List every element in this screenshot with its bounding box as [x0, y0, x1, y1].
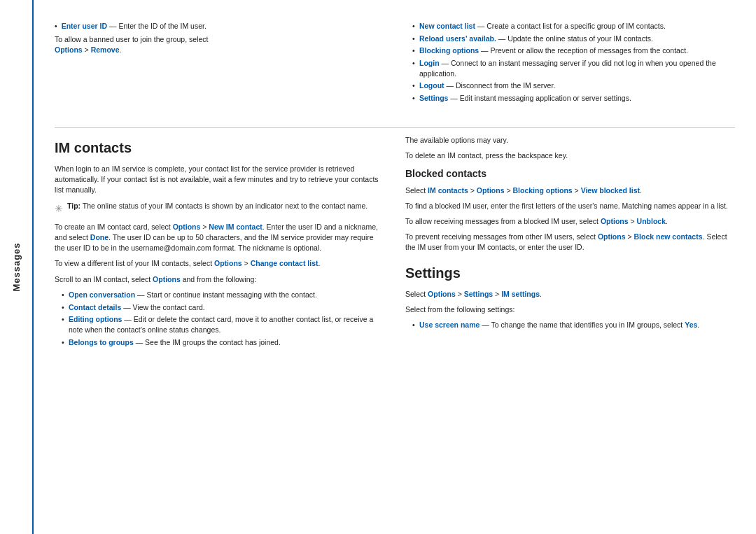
top-bullets-section: Enter user ID — Enter the ID of the IM u… [55, 21, 735, 108]
use-screen-name-link[interactable]: Use screen name [419, 321, 479, 329]
remove-link-top[interactable]: Remove [91, 45, 120, 54]
list-item-editing-options: Editing options — Edit or delete the con… [62, 314, 384, 335]
two-column-layout: IM contacts When login to an IM service … [55, 135, 735, 520]
create-new-im-link[interactable]: New IM contact [209, 223, 262, 231]
login-link[interactable]: Login [419, 59, 440, 67]
sidebar-label: Messages [11, 242, 22, 291]
new-contact-list-link[interactable]: New contact list [419, 22, 475, 30]
editing-options-link[interactable]: Editing options [69, 315, 122, 323]
contact-details-link[interactable]: Contact details [69, 303, 121, 311]
list-item-reload: Reload users' availab. — Update the onli… [412, 34, 735, 44]
settings-select-para: Select Options > Settings > IM settings. [405, 289, 735, 300]
unblock-link[interactable]: Unblock [637, 217, 666, 225]
prevent-blocked-para: To prevent receiving messages from other… [405, 232, 735, 253]
available-options-para: The available options may vary. [405, 135, 735, 146]
top-right: New contact list — Create a contact list… [405, 21, 735, 108]
settings-link-top[interactable]: Settings [419, 94, 448, 102]
create-contact-para: To create an IM contact card, select Opt… [55, 222, 384, 254]
view-blocked-list-link[interactable]: View blocked list [581, 186, 640, 195]
top-right-list: New contact list — Create a contact list… [405, 21, 735, 104]
settings-heading: Settings [405, 263, 735, 283]
list-item-login: Login — Connect to an instant messaging … [412, 58, 735, 78]
list-item-use-screen-name: Use screen name — To change the name tha… [412, 320, 735, 330]
scroll-options-link[interactable]: Options [153, 275, 181, 283]
enter-user-bullet: Enter user ID — Enter the ID of the IM u… [55, 21, 384, 31]
list-item-belongs-to-groups: Belongs to groups — See the IM groups th… [62, 337, 384, 348]
page-container: Messages Enter user ID — Enter the ID of… [0, 0, 756, 534]
list-item-blocking: Blocking options — Prevent or allow the … [412, 45, 735, 56]
options-link-top[interactable]: Options [55, 45, 83, 54]
view-options-link[interactable]: Options [214, 259, 242, 267]
im-contacts-intro: When login to an IM service is complete,… [55, 164, 384, 196]
open-conversation-link[interactable]: Open conversation [69, 290, 135, 299]
blocked-options-link[interactable]: Options [477, 186, 505, 195]
create-done-link[interactable]: Done [90, 233, 108, 241]
list-item-new-contact: New contact list — Create a contact list… [412, 21, 735, 31]
settings-following-para: Select from the following settings: [405, 304, 735, 315]
block-new-contacts-link[interactable]: Block new contacts [634, 232, 703, 241]
settings-settings-link[interactable]: Settings [464, 290, 493, 298]
view-contact-para: To view a different list of your IM cont… [55, 258, 384, 269]
reload-users-link[interactable]: Reload users' availab. [419, 34, 496, 43]
logout-link[interactable]: Logout [419, 81, 444, 90]
tip-box: ✳ Tip: The online status of your IM cont… [55, 201, 384, 216]
top-left: Enter user ID — Enter the ID of the IM u… [55, 21, 384, 108]
allow-options-link[interactable]: Options [601, 217, 629, 225]
blocked-select-para: Select IM contacts > Options > Blocking … [405, 185, 735, 196]
blocking-options-link[interactable]: Blocking options [512, 186, 572, 195]
allow-blocked-para: To allow receiving messages from a block… [405, 216, 735, 227]
col-right: The available options may vary. To delet… [405, 135, 735, 520]
settings-section: Settings Select Options > Settings > IM … [405, 263, 735, 330]
main-content: Enter user ID — Enter the ID of the IM u… [34, 0, 756, 534]
belongs-to-groups-link[interactable]: Belongs to groups [69, 338, 134, 346]
find-blocked-para: To find a blocked IM user, enter the fir… [405, 201, 735, 211]
im-contacts-link[interactable]: IM contacts [428, 186, 468, 195]
tip-text: Tip: The online status of your IM contac… [67, 201, 368, 211]
im-contacts-heading: IM contacts [55, 138, 384, 158]
list-item-open-conversation: Open conversation — Start or continue in… [62, 290, 384, 300]
enter-user-id-link[interactable]: Enter user ID [62, 22, 107, 30]
list-item-contact-details: Contact details — View the contact card. [62, 302, 384, 313]
list-item-logout: Logout — Disconnect from the IM server. [412, 80, 735, 91]
blocked-contacts-heading: Blocked contacts [405, 167, 735, 181]
col-left: IM contacts When login to an IM service … [55, 135, 384, 520]
change-contact-list-link[interactable]: Change contact list [251, 259, 318, 267]
list-item-settings-top: Settings — Edit instant messaging applic… [412, 93, 735, 104]
im-settings-link[interactable]: IM settings [501, 290, 540, 298]
banned-user-para: To allow a banned user to join the group… [55, 34, 384, 55]
scroll-contact-para: Scroll to an IM contact, select Options … [55, 274, 384, 285]
create-options-link[interactable]: Options [173, 223, 201, 231]
divider [55, 127, 735, 128]
im-contacts-list: Open conversation — Start or continue in… [55, 290, 384, 347]
settings-options-link[interactable]: Options [428, 290, 456, 298]
sidebar: Messages [0, 0, 34, 534]
prevent-options-link[interactable]: Options [598, 232, 626, 241]
yes-link[interactable]: Yes [685, 321, 697, 329]
blocking-options-link-top[interactable]: Blocking options [419, 46, 479, 55]
tip-icon: ✳ [55, 202, 63, 216]
settings-list: Use screen name — To change the name tha… [405, 320, 735, 330]
delete-contact-para: To delete an IM contact, press the backs… [405, 150, 735, 161]
